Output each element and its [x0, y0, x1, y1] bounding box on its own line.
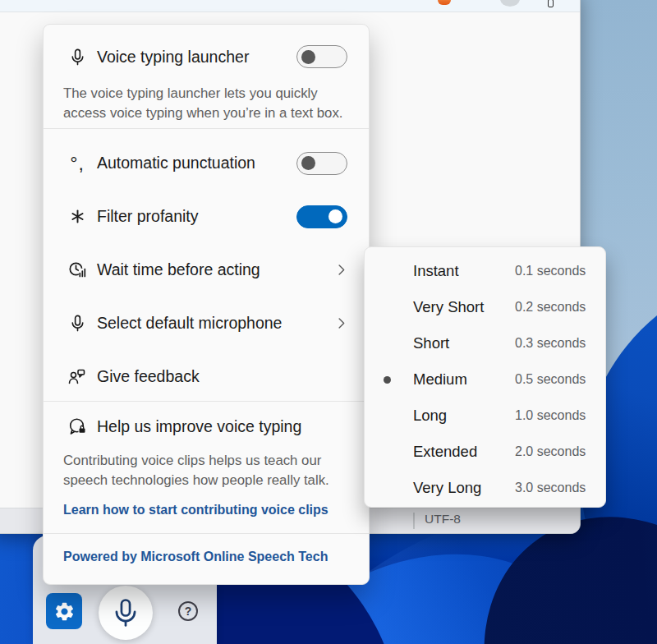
menu-item-very-short[interactable]: Very Short 0.2 seconds: [365, 289, 605, 325]
launcher-toggle[interactable]: [296, 45, 347, 68]
app-orange-icon[interactable]: [438, 0, 451, 5]
help-button[interactable]: ?: [178, 601, 198, 621]
options-section: °, Automatic punctuation Filter profanit…: [44, 129, 369, 402]
launcher-section: Voice typing launcher The voice typing l…: [44, 25, 369, 129]
profanity-toggle[interactable]: [296, 205, 347, 228]
powered-section: Powered by Microsoft Online Speech Tech: [44, 534, 369, 585]
microphone-icon: [110, 597, 141, 628]
improve-section: Help us improve voice typing Contributin…: [44, 402, 369, 534]
menu-item-very-long[interactable]: Very Long 3.0 seconds: [365, 470, 605, 506]
avatar[interactable]: [500, 0, 520, 7]
chevron-right-icon: [333, 262, 349, 278]
give-feedback-row[interactable]: Give feedback: [44, 350, 369, 403]
chat-lock-icon: [67, 416, 88, 436]
selected-bullet: [384, 376, 391, 384]
mini-toolbar-icon[interactable]: [548, 0, 554, 7]
learn-contributing-link[interactable]: Learn how to start contributing voice cl…: [44, 490, 369, 518]
menu-item-extended[interactable]: Extended 2.0 seconds: [365, 434, 605, 470]
menu-item-long[interactable]: Long 1.0 seconds: [365, 398, 605, 434]
settings-button[interactable]: [46, 593, 82, 629]
wait-time-label: Wait time before acting: [97, 260, 260, 279]
menu-item-short[interactable]: Short 0.3 seconds: [365, 325, 605, 361]
default-microphone-label: Select default microphone: [97, 314, 282, 333]
help-us-improve-row: Help us improve voice typing: [44, 403, 369, 449]
microphone-icon: [67, 314, 88, 333]
filter-profanity-row: Filter profanity: [44, 190, 369, 243]
improve-description: Contributing voice clips helps us teach …: [44, 449, 369, 490]
wait-time-clock-icon: [67, 260, 88, 280]
help-us-improve-label: Help us improve voice typing: [97, 417, 301, 436]
menu-item-instant[interactable]: Instant 0.1 seconds: [365, 253, 605, 289]
launcher-description: The voice typing launcher lets you quick…: [44, 80, 369, 122]
microphone-icon: [67, 48, 88, 67]
wait-time-submenu: Instant 0.1 seconds Very Short 0.2 secon…: [364, 246, 606, 508]
automatic-punctuation-row: °, Automatic punctuation: [44, 136, 369, 190]
help-question-mark: ?: [185, 605, 192, 618]
voice-typing-mic-button[interactable]: [99, 586, 153, 640]
asterisk-icon: [67, 208, 88, 225]
punctuation-label: Automatic punctuation: [97, 154, 255, 172]
feedback-icon: [67, 367, 88, 387]
launcher-label: Voice typing launcher: [97, 48, 249, 67]
punctuation-toggle[interactable]: [296, 152, 347, 175]
chevron-right-icon: [333, 315, 349, 331]
give-feedback-label: Give feedback: [97, 367, 200, 386]
powered-by-link[interactable]: Powered by Microsoft Online Speech Tech: [44, 534, 369, 564]
default-microphone-row[interactable]: Select default microphone: [44, 297, 369, 350]
encoding-label: UTF-8: [425, 512, 461, 527]
gear-icon: [53, 600, 76, 623]
menu-item-medium[interactable]: Medium 0.5 seconds: [365, 361, 605, 398]
voice-typing-settings-panel: Voice typing launcher The voice typing l…: [43, 24, 370, 585]
app-tab-strip: [0, 0, 580, 12]
profanity-label: Filter profanity: [97, 207, 199, 226]
voice-typing-launcher-row: Voice typing launcher: [44, 33, 369, 80]
wait-time-row[interactable]: Wait time before acting: [44, 243, 369, 297]
status-divider: [413, 513, 415, 529]
punctuation-icon: °,: [67, 158, 88, 169]
